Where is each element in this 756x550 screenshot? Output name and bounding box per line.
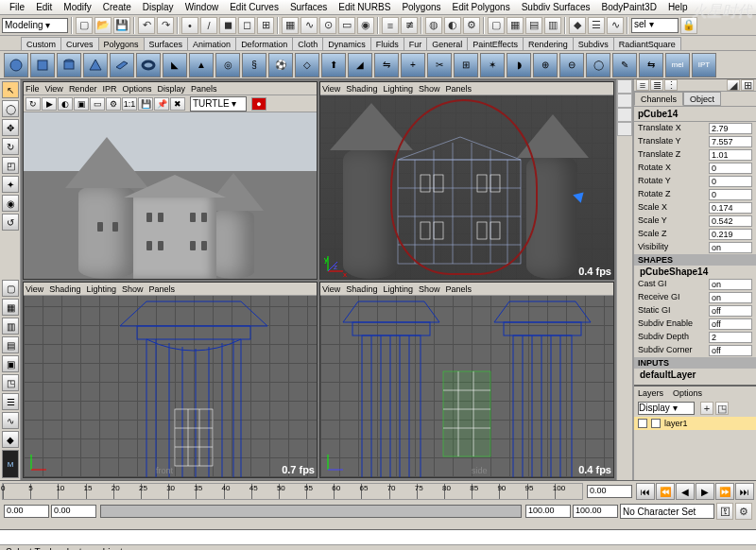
poly-prism-icon[interactable]: ◣ bbox=[163, 53, 187, 77]
poly-platonic-icon[interactable]: ◇ bbox=[295, 53, 319, 77]
append-icon[interactable]: + bbox=[401, 53, 425, 77]
shelf-tab-fur[interactable]: Fur bbox=[404, 37, 428, 50]
layout-2v-icon[interactable]: ▥ bbox=[544, 17, 561, 34]
extrude-icon[interactable]: ⬆ bbox=[321, 53, 346, 77]
attr-field[interactable] bbox=[709, 163, 752, 174]
character-set-combo[interactable]: No Character Set bbox=[620, 504, 714, 519]
attr-field[interactable] bbox=[709, 345, 752, 356]
vpm-panels-f[interactable]: Panels bbox=[148, 284, 175, 294]
rv-ipr-icon[interactable]: ◐ bbox=[58, 97, 73, 111]
collapse-icon[interactable]: ⊖ bbox=[559, 53, 584, 77]
shelf-tab-general[interactable]: General bbox=[426, 37, 468, 50]
menu-window[interactable]: Window bbox=[180, 2, 225, 12]
layer-name[interactable]: layer1 bbox=[664, 419, 688, 428]
lasso-tool-icon[interactable]: ◯ bbox=[2, 100, 19, 117]
play-back-icon[interactable]: ◀ bbox=[676, 483, 695, 500]
vpm-shading-f[interactable]: Shading bbox=[49, 284, 80, 294]
vpm-show-s[interactable]: Show bbox=[419, 284, 440, 294]
shelf-tab-custom[interactable]: Custom bbox=[21, 37, 61, 50]
playback-end-field[interactable]: 100.00 bbox=[525, 505, 571, 518]
layout-2h-icon[interactable]: ▤ bbox=[525, 17, 542, 34]
toggle-channelbox-icon[interactable] bbox=[617, 79, 632, 94]
range-end-field[interactable]: 100.00 bbox=[573, 505, 618, 518]
toggle-tool-icon[interactable] bbox=[617, 108, 632, 122]
snap-plane-icon[interactable]: ▭ bbox=[338, 17, 355, 34]
toggle-attr-icon[interactable] bbox=[617, 94, 632, 108]
hypershade-icon[interactable]: ◆ bbox=[569, 17, 586, 34]
perspective-viewport[interactable]: View Shading Lighting Show Panels bbox=[319, 81, 614, 280]
wedge-icon[interactable]: ◗ bbox=[507, 53, 531, 77]
snap-grid-icon[interactable]: ▦ bbox=[282, 17, 299, 34]
toggle-layer-icon[interactable] bbox=[617, 122, 632, 136]
vpm-shading[interactable]: Shading bbox=[346, 84, 377, 94]
attr-field[interactable] bbox=[709, 123, 752, 134]
rv-redo-icon[interactable]: ↻ bbox=[26, 97, 41, 111]
layout-1-icon[interactable]: ▢ bbox=[2, 280, 19, 297]
side-body[interactable]: side 0.4 fps bbox=[320, 296, 613, 477]
layout-2v-icon[interactable]: ▥ bbox=[2, 318, 19, 335]
rv-menu-display[interactable]: Display bbox=[157, 84, 185, 94]
layout-single-icon[interactable]: ▢ bbox=[488, 17, 505, 34]
mode-combo[interactable]: Modeling ▾ bbox=[2, 18, 68, 33]
poly-plane-icon[interactable] bbox=[110, 53, 134, 77]
vpm-lighting-f[interactable]: Lighting bbox=[86, 284, 116, 294]
play-fwd-icon[interactable]: ▶ bbox=[696, 483, 714, 500]
poly-helix-icon[interactable]: § bbox=[242, 53, 266, 77]
rv-menu-render[interactable]: Render bbox=[69, 84, 97, 94]
shelf-tab-polygons[interactable]: Polygons bbox=[98, 37, 145, 50]
command-line[interactable] bbox=[0, 529, 756, 544]
range-start-field[interactable]: 0.00 bbox=[4, 505, 49, 518]
tab-object[interactable]: Object bbox=[683, 92, 721, 106]
cb-icon5[interactable]: ⊞ bbox=[741, 79, 754, 91]
shelf-tab-rendering[interactable]: Rendering bbox=[523, 37, 574, 50]
selmask-vertex-icon[interactable]: • bbox=[181, 17, 198, 34]
merge-icon[interactable]: ⊕ bbox=[533, 53, 558, 77]
shelf-tab-radiantsquare[interactable]: RadiantSquare bbox=[613, 37, 681, 50]
shelf-tab-fluids[interactable]: Fluids bbox=[370, 37, 404, 50]
layer-vis-checkbox[interactable] bbox=[638, 419, 647, 428]
rv-1to1-icon[interactable]: 1:1 bbox=[122, 97, 137, 111]
poly-sphere-icon[interactable] bbox=[4, 53, 28, 77]
attr-field[interactable] bbox=[709, 279, 752, 290]
rv-menu-panels[interactable]: Panels bbox=[191, 84, 217, 94]
render-globals-icon[interactable]: ⚙ bbox=[463, 17, 480, 34]
cb-icon3[interactable]: ⋮ bbox=[664, 79, 678, 91]
poke-icon[interactable]: ✶ bbox=[480, 53, 505, 77]
undo-icon[interactable]: ↶ bbox=[138, 17, 155, 34]
soft-mod-icon[interactable]: ◉ bbox=[2, 195, 19, 212]
menu-display[interactable]: Display bbox=[137, 2, 180, 12]
step-back-icon[interactable]: ⏪ bbox=[656, 483, 675, 500]
shelf-tab-cloth[interactable]: Cloth bbox=[292, 37, 323, 50]
render-view-panel[interactable]: File View Render IPR Options Display Pan… bbox=[23, 81, 318, 280]
select-tool-icon[interactable]: ↖ bbox=[2, 81, 19, 98]
ipr-icon[interactable]: ◐ bbox=[444, 17, 461, 34]
input-node[interactable]: defaultLayer bbox=[634, 369, 756, 381]
layout-2h-icon[interactable]: ▤ bbox=[2, 336, 19, 353]
new-scene-icon[interactable]: ▢ bbox=[76, 17, 93, 34]
timeline-ruler[interactable]: 0510152025303540455055606570758085909510… bbox=[2, 483, 583, 500]
save-scene-icon[interactable]: 💾 bbox=[113, 17, 130, 34]
open-scene-icon[interactable]: 📂 bbox=[94, 17, 112, 34]
vpm-lighting[interactable]: Lighting bbox=[383, 84, 413, 94]
side-viewport[interactable]: View Shading Lighting Show Panels bbox=[319, 282, 614, 478]
attr-field[interactable] bbox=[709, 242, 752, 253]
menu-subdiv[interactable]: Subdiv Surfaces bbox=[516, 2, 596, 12]
shelf-tab-surfaces[interactable]: Surfaces bbox=[144, 37, 189, 50]
layer-sel-icon[interactable]: ◳ bbox=[715, 402, 729, 415]
smooth-icon[interactable]: ◯ bbox=[586, 53, 610, 77]
menu-editnurbs[interactable]: Edit NURBS bbox=[333, 2, 396, 12]
menu-file[interactable]: File bbox=[4, 2, 30, 12]
ipt-icon[interactable]: IPT bbox=[692, 53, 716, 77]
vpm-view-f[interactable]: View bbox=[26, 284, 43, 294]
layers-display-combo[interactable]: Display ▾ bbox=[638, 402, 695, 415]
rv-menu-file[interactable]: File bbox=[26, 84, 40, 94]
selmask-edge-icon[interactable]: / bbox=[200, 17, 217, 34]
rv-menu-view[interactable]: View bbox=[45, 84, 63, 94]
snap-live-icon[interactable]: ◉ bbox=[357, 17, 374, 34]
shelf-tab-curves[interactable]: Curves bbox=[60, 37, 99, 50]
rv-globals-icon[interactable]: ⚙ bbox=[106, 97, 121, 111]
scale-tool-icon[interactable]: ◰ bbox=[2, 157, 19, 174]
front-viewport[interactable]: View Shading Lighting Show Panels bbox=[23, 282, 318, 478]
vpm-panels-s[interactable]: Panels bbox=[445, 284, 472, 294]
layer-new-icon[interactable]: + bbox=[700, 402, 713, 415]
